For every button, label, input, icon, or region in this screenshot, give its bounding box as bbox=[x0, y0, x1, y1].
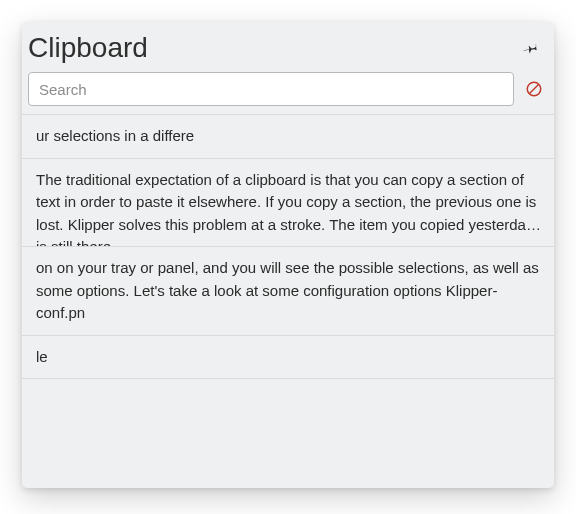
clipboard-item[interactable]: ur selections in a differe bbox=[22, 114, 554, 159]
toolbar bbox=[22, 66, 554, 114]
clipboard-item[interactable]: The traditional expectation of a clipboa… bbox=[22, 159, 554, 248]
popup-title: Clipboard bbox=[28, 32, 522, 64]
search-input[interactable] bbox=[28, 72, 514, 106]
pin-button[interactable] bbox=[522, 39, 540, 57]
svg-line-1 bbox=[530, 85, 539, 94]
clipboard-popup: Clipboard ur selections in a differe The… bbox=[22, 22, 554, 488]
clipboard-history-list: ur selections in a differe The tradition… bbox=[22, 114, 554, 488]
pin-icon bbox=[523, 40, 539, 56]
clear-history-icon bbox=[525, 80, 543, 98]
clipboard-item[interactable]: on on your tray or panel, and you will s… bbox=[22, 247, 554, 336]
clear-history-button[interactable] bbox=[524, 79, 544, 99]
clipboard-item[interactable]: le bbox=[22, 336, 554, 380]
popup-header: Clipboard bbox=[22, 22, 554, 66]
